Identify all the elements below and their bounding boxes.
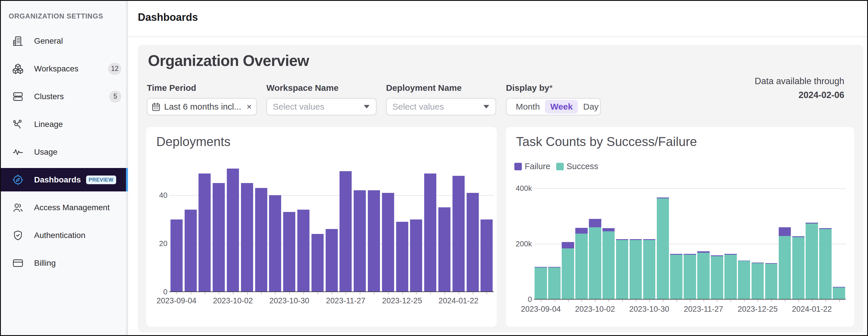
bar-2024-02-05[interactable] (480, 220, 493, 292)
bar-success-2023-10-30[interactable] (643, 240, 656, 299)
bar-success-2023-11-27[interactable] (697, 253, 710, 299)
display-by-option-week[interactable]: Week (545, 100, 578, 114)
sidebar-item-workspaces[interactable]: Workspaces12 (1, 57, 126, 80)
clear-time-period-icon[interactable]: × (243, 102, 252, 112)
sidebar-item-access-management[interactable]: Access Management (1, 196, 126, 219)
x-tick-mark (388, 292, 389, 295)
bar-success-2023-09-25[interactable] (575, 234, 588, 299)
success-swatch (556, 163, 564, 170)
bar-failure-2024-01-22[interactable] (806, 223, 818, 224)
x-tick-mark (317, 292, 318, 295)
bar-failure-2023-10-16[interactable] (616, 239, 628, 240)
bar-success-2023-12-11[interactable] (724, 255, 737, 299)
bar-2023-11-13[interactable] (311, 234, 323, 292)
bar-2023-10-09[interactable] (241, 183, 253, 292)
sidebar-item-usage[interactable]: Usage (1, 140, 126, 164)
bar-failure-2023-09-18[interactable] (562, 242, 574, 248)
bar-failure-2023-10-30[interactable] (643, 239, 656, 240)
bar-2023-12-04[interactable] (354, 190, 366, 292)
sidebar-item-clusters[interactable]: Clusters5 (1, 85, 126, 108)
bar-failure-2024-02-05[interactable] (833, 287, 845, 287)
workspace-name-select[interactable]: Select values (267, 98, 376, 115)
bar-2023-10-30[interactable] (283, 212, 295, 292)
x-axis-line (534, 299, 846, 300)
bar-2023-11-20[interactable] (326, 229, 338, 292)
x-tick-mark (402, 292, 403, 295)
bar-failure-2023-11-06[interactable] (657, 197, 669, 198)
bar-failure-2023-10-23[interactable] (630, 239, 642, 240)
bar-success-2023-10-02[interactable] (589, 227, 601, 299)
x-tick-mark (303, 292, 304, 295)
legend-item-failure[interactable]: Failure (514, 162, 551, 171)
bar-success-2023-10-23[interactable] (630, 240, 642, 299)
bar-failure-2024-01-01[interactable] (765, 263, 778, 264)
bar-2023-12-25[interactable] (396, 222, 408, 292)
bar-2024-01-08[interactable] (424, 173, 436, 292)
bar-failure-2023-12-11[interactable] (724, 254, 737, 255)
bar-failure-2023-10-02[interactable] (589, 219, 601, 228)
bar-failure-2024-01-29[interactable] (819, 228, 832, 229)
bar-failure-2023-12-25[interactable] (751, 262, 764, 263)
bar-2024-01-15[interactable] (438, 207, 451, 292)
sidebar-item-lineage[interactable]: Lineage (1, 112, 126, 136)
bar-2023-09-18[interactable] (198, 173, 211, 292)
bar-failure-2023-12-04[interactable] (711, 255, 723, 256)
bar-success-2024-01-29[interactable] (819, 229, 832, 299)
x-tick-mark (430, 292, 431, 295)
bar-success-2024-01-15[interactable] (792, 237, 805, 299)
users-icon (12, 202, 24, 214)
bar-success-2023-12-18[interactable] (738, 261, 750, 299)
bar-failure-2023-10-09[interactable] (602, 228, 615, 231)
sidebar-item-general[interactable]: General (1, 29, 126, 53)
bar-2023-12-18[interactable] (382, 193, 394, 292)
bar-failure-2024-01-08[interactable] (779, 227, 791, 236)
display-by-option-month[interactable]: Month (510, 100, 545, 114)
bar-success-2023-11-06[interactable] (657, 198, 669, 299)
bar-success-2024-01-08[interactable] (779, 236, 791, 299)
bar-failure-2023-11-20[interactable] (684, 254, 696, 255)
bar-success-2023-09-04[interactable] (534, 268, 547, 299)
bar-success-2024-01-01[interactable] (765, 264, 778, 299)
bar-failure-2023-12-18[interactable] (738, 260, 750, 261)
sidebar-item-dashboards[interactable]: DashboardsPREVIEW (1, 168, 126, 191)
bar-failure-2023-09-11[interactable] (548, 267, 561, 268)
bar-failure-2023-09-25[interactable] (575, 228, 588, 233)
bar-2023-12-11[interactable] (368, 190, 380, 292)
bar-success-2023-10-16[interactable] (616, 240, 628, 299)
x-axis-label-2023-11-27: 2023-11-27 (684, 305, 723, 314)
bar-2023-10-23[interactable] (269, 195, 281, 292)
main-area: Dashboards Organization Overview Time Pe… (128, 1, 867, 335)
bar-2023-10-02[interactable] (227, 169, 239, 292)
bar-2024-01-29[interactable] (467, 193, 479, 292)
display-by-option-day[interactable]: Day (578, 100, 603, 114)
bar-failure-2023-11-27[interactable] (697, 251, 710, 253)
bar-success-2023-11-13[interactable] (670, 255, 682, 299)
bar-2023-10-16[interactable] (255, 188, 267, 292)
gridline-400k (534, 188, 846, 189)
bar-success-2023-09-11[interactable] (548, 268, 561, 299)
bar-2023-09-25[interactable] (213, 183, 225, 292)
bar-2024-01-01[interactable] (410, 220, 422, 292)
bar-2023-11-06[interactable] (297, 209, 309, 292)
bar-failure-2023-11-13[interactable] (670, 254, 682, 255)
sidebar-item-authentication[interactable]: Authentication (1, 224, 126, 247)
bar-success-2023-10-09[interactable] (602, 231, 615, 299)
deployment-name-select[interactable]: Select values (386, 98, 496, 115)
bar-success-2023-12-25[interactable] (751, 263, 764, 299)
bar-success-2023-09-18[interactable] (562, 248, 574, 299)
bar-success-2023-11-20[interactable] (684, 255, 696, 299)
bar-success-2024-02-05[interactable] (833, 287, 845, 299)
x-axis-label-2023-09-04: 2023-09-04 (157, 297, 196, 305)
bar-2023-11-27[interactable] (340, 171, 352, 292)
bar-2023-09-04[interactable] (170, 220, 183, 292)
time-period-input[interactable]: Last 6 months incl... × (147, 98, 257, 115)
sidebar-item-billing[interactable]: Billing (1, 251, 126, 275)
bar-failure-2024-01-15[interactable] (792, 236, 805, 237)
legend-item-success[interactable]: Success (556, 162, 598, 171)
bar-2023-09-11[interactable] (185, 209, 197, 292)
bar-success-2024-01-22[interactable] (806, 224, 818, 299)
x-tick-mark (663, 300, 663, 302)
bar-failure-2023-09-04[interactable] (534, 267, 547, 268)
bar-success-2023-12-04[interactable] (711, 256, 723, 299)
bar-2024-01-22[interactable] (453, 176, 465, 292)
